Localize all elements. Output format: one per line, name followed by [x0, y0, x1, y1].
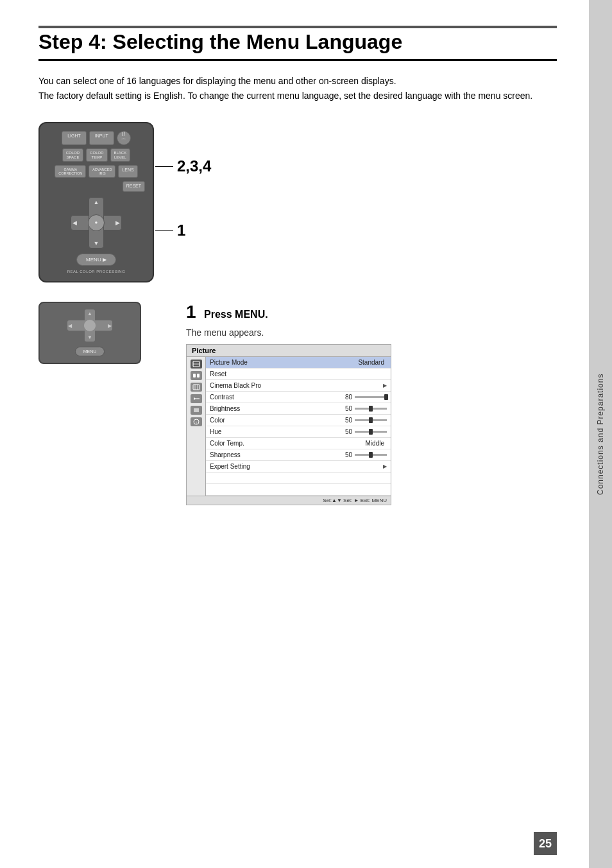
- light-btn: LIGHT: [62, 131, 87, 145]
- menu-icon-setup: [191, 406, 202, 415]
- mini-dpad-row: ▲ ▼ ◀ ▶: [46, 309, 133, 342]
- menu-screen-header: Picture: [187, 345, 391, 357]
- cinema-black-arrow: ▶: [383, 383, 387, 388]
- dpad-center: ●: [88, 214, 105, 231]
- reset-row: RESET: [47, 181, 145, 191]
- menu-item-reset: Reset: [206, 369, 391, 380]
- remote-label-bottom: REAL COLOR PROCESSING: [47, 270, 145, 273]
- step-section: ▲ ▼ ◀ ▶ MENU 1 Press MENU.: [38, 302, 557, 505]
- main-content: Step 4: Selecting the Menu Language You …: [0, 0, 589, 868]
- lens-btn: LENS: [118, 165, 137, 178]
- dpad-down-arrow: ▼: [94, 240, 99, 247]
- menu-screen-body: i Picture Mode Standard: [187, 357, 391, 496]
- menu-item-color: Color 50: [206, 415, 391, 426]
- intro-line1: You can select one of 16 languages for d…: [38, 76, 396, 86]
- menu-icon-input: [191, 394, 202, 403]
- step-content: 1 Press MENU. The menu appears. Picture: [186, 302, 557, 505]
- dpad-center-icon: ●: [95, 220, 98, 225]
- input-btn: INPUT: [89, 131, 114, 145]
- menu-icon-info: i: [191, 417, 202, 426]
- power-btn: I/⌒: [117, 131, 131, 145]
- expert-setting-arrow: ▶: [383, 464, 387, 469]
- menu-item-brightness: Brightness 50: [206, 403, 391, 415]
- gamma-btn-row: GAMMACORRECTION ADVANCEDIRIS LENS: [47, 165, 145, 178]
- menu-row: MENU ▶: [47, 254, 145, 266]
- menu-icon-color: [191, 371, 202, 380]
- menu-item-empty-1: [206, 473, 391, 484]
- menu-icon-picture: [191, 360, 202, 369]
- gamma-btn: GAMMACORRECTION: [55, 165, 86, 178]
- mini-menu-btn: MENU: [75, 347, 105, 356]
- callout-line-234: [155, 166, 173, 167]
- dpad: ◀ ▶ ▲ ▼ ●: [71, 197, 122, 248]
- svg-rect-4: [193, 385, 200, 390]
- callout-text-1: 1: [177, 221, 185, 239]
- menu-sidebar: i: [187, 357, 206, 496]
- menu-item-empty-2: [206, 484, 391, 496]
- menu-item-hue: Hue 50: [206, 426, 391, 438]
- brightness-bar: [355, 408, 387, 410]
- step-action: Press MENU.: [204, 309, 268, 320]
- mini-dpad: ▲ ▼ ◀ ▶: [67, 309, 112, 342]
- page-number: 25: [534, 832, 557, 855]
- menu-footer: Sel:▲▼ Set: ► Exit: MENU: [187, 496, 391, 505]
- contrast-bar: [355, 396, 387, 398]
- mini-remote-box: ▲ ▼ ◀ ▶ MENU: [38, 302, 141, 364]
- color-btn-row: COLORSPACE COLORTEMP BLACKLEVEL: [47, 148, 145, 162]
- intro-text: You can select one of 16 languages for d…: [38, 74, 557, 103]
- menu-item-cinema-black: Cinema Black Pro ▶: [206, 380, 391, 392]
- side-tab: Connections and Preparations: [589, 0, 612, 868]
- black-level-btn: BLACKLEVEL: [110, 148, 131, 162]
- mini-up-arrow: ▲: [87, 311, 92, 317]
- step-desc: The menu appears.: [186, 327, 557, 338]
- step-1-header: 1 Press MENU.: [186, 302, 557, 322]
- menu-icon-screen: [191, 383, 202, 392]
- reset-btn: RESET: [123, 181, 145, 191]
- top-btn-row: LIGHT INPUT I/⌒: [47, 131, 145, 145]
- menu-item-contrast: Contrast 80: [206, 392, 391, 403]
- mini-dpad-center: [84, 320, 96, 331]
- menu-item-sharpness: Sharpness 50: [206, 449, 391, 461]
- color-space-btn: COLORSPACE: [62, 148, 83, 162]
- mini-left-arrow: ◀: [68, 322, 72, 328]
- callout-1: 1: [155, 221, 185, 239]
- mini-down-arrow: ▼: [87, 334, 92, 340]
- advanced-iris-btn: ADVANCEDIRIS: [89, 165, 115, 178]
- menu-btn: MENU ▶: [76, 254, 116, 266]
- svg-rect-2: [193, 374, 196, 378]
- svg-text:i: i: [196, 420, 196, 424]
- top-rule: [38, 26, 557, 28]
- mini-remote: ▲ ▼ ◀ ▶ MENU: [38, 302, 167, 364]
- intro-line2: The factory default setting is English. …: [38, 91, 532, 101]
- callout-line-1: [155, 230, 173, 231]
- remote-container: LIGHT INPUT I/⌒ COLORSPACE COLORTEMP: [38, 122, 180, 282]
- dpad-right-arrow: ▶: [115, 220, 120, 226]
- menu-item-picture-mode: Picture Mode Standard: [206, 357, 391, 369]
- color-temp-btn: COLORTEMP: [86, 148, 107, 162]
- callout-234: 2,3,4: [155, 157, 211, 175]
- step-number: 1: [186, 302, 196, 322]
- color-bar: [355, 419, 387, 421]
- dpad-left-arrow: ◀: [72, 220, 77, 226]
- mini-right-arrow: ▶: [108, 322, 112, 328]
- menu-item-expert-setting: Expert Setting ▶: [206, 461, 391, 473]
- page-container: Step 4: Selecting the Menu Language You …: [0, 0, 612, 868]
- menu-screen: Picture: [186, 344, 391, 505]
- remote-control: LIGHT INPUT I/⌒ COLORSPACE COLORTEMP: [38, 122, 154, 282]
- dpad-up-arrow: ▲: [94, 199, 99, 205]
- hue-bar: [355, 431, 387, 433]
- sharpness-bar: [355, 454, 387, 456]
- mini-menu-row: MENU: [46, 347, 133, 356]
- menu-items-list: Picture Mode Standard Reset Cinema Black…: [206, 357, 391, 496]
- callout-text-234: 2,3,4: [177, 157, 211, 175]
- menu-item-color-temp: Color Temp. Middle: [206, 438, 391, 449]
- diagram-section: LIGHT INPUT I/⌒ COLORSPACE COLORTEMP: [38, 122, 557, 282]
- svg-rect-3: [197, 374, 200, 378]
- page-title: Step 4: Selecting the Menu Language: [38, 30, 557, 61]
